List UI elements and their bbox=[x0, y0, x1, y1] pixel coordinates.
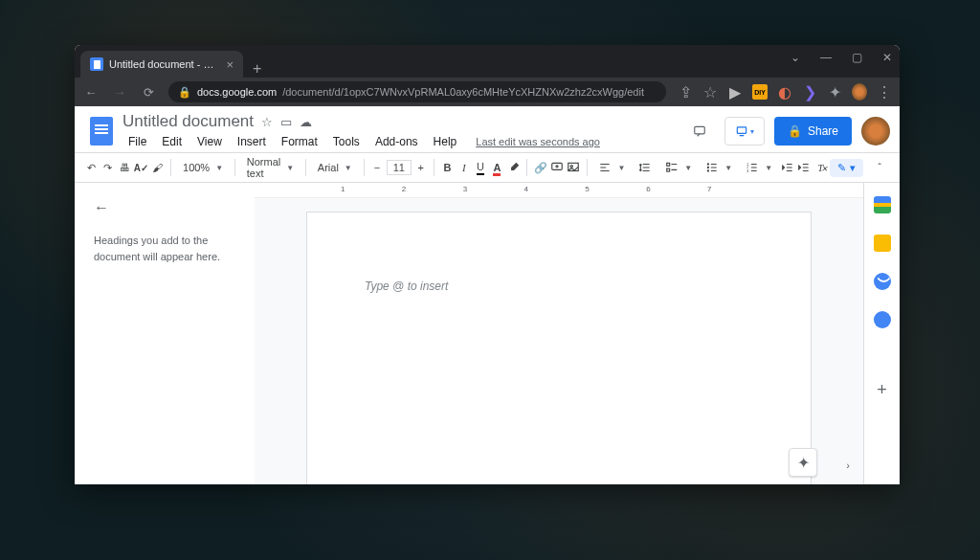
side-panel-toggle[interactable]: › bbox=[846, 459, 850, 471]
indent-button[interactable] bbox=[796, 157, 811, 178]
ruler-tick: 1 bbox=[341, 185, 345, 193]
caret-down-icon: ▼ bbox=[286, 164, 294, 172]
link-button[interactable]: 🔗 bbox=[533, 157, 547, 178]
add-comment-button[interactable] bbox=[549, 157, 564, 178]
side-panel: + bbox=[863, 183, 900, 484]
outdent-button[interactable] bbox=[780, 157, 794, 178]
present-button[interactable]: ▾ bbox=[724, 117, 765, 146]
insert-placeholder: Type @ to insert bbox=[365, 280, 448, 293]
bookmark-icon[interactable]: ☆ bbox=[702, 84, 718, 100]
keep-icon[interactable] bbox=[874, 235, 891, 252]
horizontal-ruler[interactable]: 1 2 3 4 5 6 7 bbox=[255, 183, 863, 198]
minimize-icon[interactable]: — bbox=[819, 51, 833, 64]
print-button[interactable]: 🖶 bbox=[118, 157, 132, 178]
style-dropdown[interactable]: Normal text ▼ bbox=[241, 157, 300, 178]
tab-strip: Untitled document - Google Docs × + ⌄ — … bbox=[75, 45, 900, 78]
share-url-icon[interactable]: ⇪ bbox=[678, 84, 693, 100]
paint-format-button[interactable]: 🖌 bbox=[150, 157, 165, 178]
svg-point-9 bbox=[708, 167, 709, 168]
menu-edit[interactable]: Edit bbox=[156, 133, 188, 150]
account-avatar[interactable] bbox=[861, 117, 890, 146]
header-right: ▾ 🔒 Share bbox=[684, 110, 890, 152]
svg-rect-0 bbox=[695, 126, 705, 134]
zoom-value: 100% bbox=[183, 162, 210, 173]
forward-button[interactable]: → bbox=[111, 85, 128, 100]
maximize-icon[interactable]: ▢ bbox=[850, 51, 863, 64]
text-color-button[interactable]: A bbox=[490, 157, 504, 178]
extension-icon[interactable]: ◐ bbox=[777, 84, 792, 100]
doc-title-input[interactable]: Untitled document bbox=[122, 112, 254, 131]
star-icon[interactable]: ☆ bbox=[261, 115, 273, 129]
contacts-icon[interactable] bbox=[874, 311, 891, 328]
font-size-increase[interactable]: + bbox=[413, 157, 428, 178]
docs-header: Untitled document ☆ ▭ ☁ File Edit View I… bbox=[75, 106, 900, 152]
back-button[interactable]: ← bbox=[82, 85, 100, 100]
move-folder-icon[interactable]: ▭ bbox=[280, 115, 292, 129]
font-size-input[interactable]: 11 bbox=[387, 160, 412, 175]
svg-rect-1 bbox=[737, 127, 746, 133]
zoom-dropdown[interactable]: 100% ▼ bbox=[177, 157, 229, 178]
reload-button[interactable]: ⟳ bbox=[140, 85, 157, 100]
bold-button[interactable]: B bbox=[440, 157, 455, 178]
highlight-button[interactable] bbox=[506, 157, 521, 178]
italic-button[interactable]: I bbox=[457, 157, 471, 178]
add-addon-button[interactable]: + bbox=[877, 380, 887, 400]
pencil-icon: ✎ bbox=[837, 162, 846, 174]
undo-button[interactable]: ↶ bbox=[84, 157, 99, 178]
profile-avatar-icon[interactable] bbox=[852, 84, 867, 100]
page-scroll-area[interactable]: Type @ to insert bbox=[255, 198, 863, 484]
checklist-button[interactable]: ▼ bbox=[659, 157, 698, 178]
document-area: 1 2 3 4 5 6 7 Type @ to insert ✦ › bbox=[255, 183, 863, 484]
calendar-icon[interactable] bbox=[874, 196, 891, 213]
font-dropdown[interactable]: Arial ▼ bbox=[312, 157, 358, 178]
underline-button[interactable]: U bbox=[473, 157, 487, 178]
menu-file[interactable]: File bbox=[122, 133, 152, 150]
extensions-button[interactable]: ✦ bbox=[827, 84, 842, 100]
tasks-icon[interactable] bbox=[874, 273, 891, 290]
browser-menu-icon[interactable]: ⋮ bbox=[877, 84, 892, 100]
numbered-list-button[interactable]: 123 ▼ bbox=[740, 157, 778, 178]
menu-view[interactable]: View bbox=[191, 133, 228, 150]
menu-bar: File Edit View Insert Format Tools Add-o… bbox=[122, 133, 684, 150]
font-size-decrease[interactable]: − bbox=[369, 157, 384, 178]
extension-icon[interactable]: DIY bbox=[752, 84, 768, 100]
cloud-status-icon[interactable]: ☁ bbox=[300, 115, 312, 129]
close-tab-icon[interactable]: × bbox=[226, 57, 234, 72]
menu-insert[interactable]: Insert bbox=[232, 133, 272, 150]
comment-history-button[interactable] bbox=[684, 116, 715, 146]
style-value: Normal text bbox=[247, 156, 280, 179]
menu-tools[interactable]: Tools bbox=[327, 133, 366, 150]
explore-button[interactable]: ✦ bbox=[789, 448, 817, 477]
line-spacing-dropdown[interactable] bbox=[633, 157, 657, 178]
align-dropdown[interactable]: ▼ bbox=[592, 157, 631, 178]
insert-image-button[interactable] bbox=[566, 157, 580, 178]
menu-help[interactable]: Help bbox=[428, 133, 463, 150]
extension-icon[interactable]: ▶ bbox=[727, 84, 743, 100]
extension-icon[interactable]: ❯ bbox=[802, 84, 817, 100]
document-page[interactable]: Type @ to insert bbox=[306, 212, 812, 484]
url-input[interactable]: 🔒 docs.google.com /document/d/1opxC7WNvx… bbox=[168, 81, 666, 102]
spellcheck-button[interactable]: A✓ bbox=[134, 157, 148, 178]
svg-point-5 bbox=[570, 166, 572, 168]
last-edit-link[interactable]: Last edit was seconds ago bbox=[476, 136, 600, 147]
close-window-icon[interactable]: ✕ bbox=[880, 51, 894, 64]
redo-button[interactable]: ↷ bbox=[100, 157, 115, 178]
outline-back-button[interactable]: ← bbox=[94, 196, 235, 219]
collapse-toolbar-button[interactable]: ˆ bbox=[869, 157, 890, 178]
new-tab-button[interactable]: + bbox=[243, 60, 271, 78]
chevron-down-icon[interactable]: ⌄ bbox=[789, 51, 802, 64]
browser-tab[interactable]: Untitled document - Google Docs × bbox=[80, 51, 243, 78]
share-label: Share bbox=[808, 124, 838, 138]
menu-format[interactable]: Format bbox=[276, 133, 323, 150]
window-controls: ⌄ — ▢ ✕ bbox=[789, 51, 894, 64]
ruler-tick: 7 bbox=[707, 185, 711, 193]
docs-logo[interactable] bbox=[84, 110, 119, 152]
bulleted-list-button[interactable]: ▼ bbox=[700, 157, 738, 178]
share-button[interactable]: 🔒 Share bbox=[774, 117, 852, 146]
svg-point-10 bbox=[708, 170, 709, 171]
docs-logo-icon bbox=[90, 117, 113, 146]
editing-mode-dropdown[interactable]: ✎ ▾ bbox=[830, 159, 863, 177]
menu-addons[interactable]: Add-ons bbox=[369, 133, 424, 150]
svg-rect-6 bbox=[667, 163, 670, 166]
clear-formatting-button[interactable]: T✕ bbox=[813, 157, 828, 178]
